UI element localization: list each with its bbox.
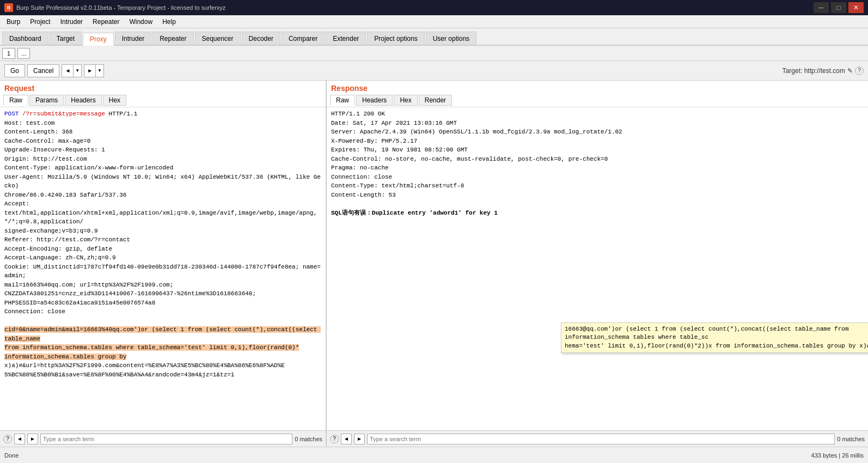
menu-burp[interactable]: Burp xyxy=(2,17,25,27)
close-button[interactable]: ✕ xyxy=(848,2,864,13)
go-button[interactable]: Go xyxy=(4,64,25,77)
response-tab-hex[interactable]: Hex xyxy=(394,95,417,106)
main-content: Request Raw Params Headers Hex POST /?r=… xyxy=(0,81,868,447)
request-panel: Request Raw Params Headers Hex POST /?r=… xyxy=(0,81,327,447)
request-subtabbar: 1 ... xyxy=(0,46,868,61)
tab-repeater[interactable]: Repeater xyxy=(152,32,193,45)
titlebar: B Burp Suite Professional v2.0.11beta - … xyxy=(0,0,868,15)
toolbar: Go Cancel ◄ ▼ ► ▼ Target: http://test.co… xyxy=(0,61,868,81)
request-tab-hex[interactable]: Hex xyxy=(103,95,126,106)
menu-project[interactable]: Project xyxy=(26,17,54,27)
menubar: Burp Project Intruder Repeater Window He… xyxy=(0,15,868,28)
request-tab-raw[interactable]: Raw xyxy=(3,95,28,106)
tab-comparer[interactable]: Comparer xyxy=(282,32,325,45)
menu-repeater[interactable]: Repeater xyxy=(88,17,124,27)
forward-button[interactable]: ► xyxy=(84,64,96,77)
response-tab-headers[interactable]: Headers xyxy=(356,95,393,106)
response-panel: Response Raw Headers Hex Render HTTP/1.1… xyxy=(327,81,868,447)
tab-project-options[interactable]: Project options xyxy=(367,32,424,45)
back-button[interactable]: ◄ xyxy=(62,64,74,77)
menu-intruder[interactable]: Intruder xyxy=(56,17,87,27)
cancel-button[interactable]: Cancel xyxy=(27,64,59,77)
tab-proxy[interactable]: Proxy xyxy=(83,33,114,46)
request-tab-params[interactable]: Params xyxy=(29,95,64,106)
tab-extender[interactable]: Extender xyxy=(326,32,366,45)
back-nav: ◄ ▼ xyxy=(62,64,82,77)
app-logo: B xyxy=(4,3,13,12)
window-controls: ─ □ ✕ xyxy=(814,2,864,13)
response-content[interactable]: HTTP/1.1 200 OK Date: Sat, 17 Apr 2021 1… xyxy=(327,107,868,430)
tab-decoder[interactable]: Decoder xyxy=(242,32,280,45)
response-search-bar: ? ◄ ► 0 matches xyxy=(327,430,868,447)
target-label: Target: http://test.com ✎ ? xyxy=(783,66,864,75)
help-icon[interactable]: ? xyxy=(855,66,864,75)
response-search-input[interactable] xyxy=(367,434,835,444)
app-title: Burp Suite Professional v2.0.11beta - Te… xyxy=(16,4,225,11)
response-search-next[interactable]: ► xyxy=(354,434,365,444)
edit-icon[interactable]: ✎ xyxy=(847,67,853,75)
response-text: HTTP/1.1 200 OK Date: Sat, 17 Apr 2021 1… xyxy=(331,109,864,217)
tooltip-popup: 16663@qq.com')or (select 1 from (select … xyxy=(561,322,868,353)
response-title: Response xyxy=(327,81,868,94)
main-tabbar: Dashboard Target Proxy Intruder Repeater… xyxy=(0,28,868,46)
back-dropdown[interactable]: ▼ xyxy=(74,64,82,77)
subtab-1[interactable]: 1 xyxy=(2,48,15,59)
request-text: POST /?r=submit&type=message HTTP/1.1 Ho… xyxy=(4,109,321,379)
tab-sequencer[interactable]: Sequencer xyxy=(195,32,241,45)
response-tab-render[interactable]: Render xyxy=(419,95,452,106)
status-right: 433 bytes | 26 millis xyxy=(811,452,864,459)
request-search-count: 0 matches xyxy=(295,436,322,442)
response-search-prev[interactable]: ◄ xyxy=(341,434,352,444)
tab-intruder[interactable]: Intruder xyxy=(115,32,151,45)
titlebar-left: B Burp Suite Professional v2.0.11beta - … xyxy=(4,3,225,12)
tab-dashboard[interactable]: Dashboard xyxy=(2,32,48,45)
menu-window[interactable]: Window xyxy=(125,17,157,27)
response-tab-raw[interactable]: Raw xyxy=(330,95,355,106)
minimize-button[interactable]: ─ xyxy=(814,2,829,13)
request-help-icon[interactable]: ? xyxy=(3,435,12,443)
forward-dropdown[interactable]: ▼ xyxy=(96,64,104,77)
status-left: Done xyxy=(4,452,19,459)
request-search-input[interactable] xyxy=(40,434,292,444)
menu-help[interactable]: Help xyxy=(158,17,180,27)
request-content[interactable]: POST /?r=submit&type=message HTTP/1.1 Ho… xyxy=(0,107,326,430)
request-title: Request xyxy=(0,81,326,94)
request-tab-headers[interactable]: Headers xyxy=(65,95,101,106)
maximize-button[interactable]: □ xyxy=(831,2,846,13)
target-text: Target: http://test.com xyxy=(783,67,845,75)
request-search-bar: ? ◄ ► 0 matches xyxy=(0,430,326,447)
statusbar: Done 433 bytes | 26 millis xyxy=(0,447,868,463)
response-search-count: 0 matches xyxy=(837,436,865,442)
response-tabs: Raw Headers Hex Render xyxy=(327,94,868,107)
request-search-prev[interactable]: ◄ xyxy=(14,434,25,444)
response-help-icon[interactable]: ? xyxy=(330,435,339,443)
forward-nav: ► ▼ xyxy=(84,64,104,77)
request-tabs: Raw Params Headers Hex xyxy=(0,94,326,107)
request-search-next[interactable]: ► xyxy=(27,434,38,444)
subtab-dots[interactable]: ... xyxy=(17,48,30,59)
tab-target[interactable]: Target xyxy=(50,32,82,45)
tab-user-options[interactable]: User options xyxy=(426,32,476,45)
